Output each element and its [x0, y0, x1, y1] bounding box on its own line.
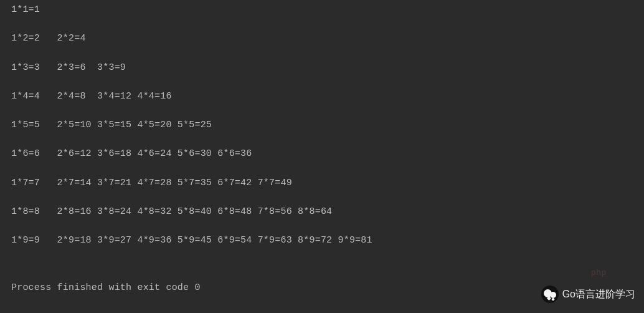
table-row: 1*7=7 2*7=14 3*7=21 4*7=28 5*7=35 6*7=42… [11, 177, 633, 190]
table-row: 1*6=6 2*6=12 3*6=18 4*6=24 5*6=30 6*6=36 [11, 148, 633, 160]
table-row: 1*2=2 2*2=4 [11, 32, 633, 45]
table-row: 1*8=8 2*8=16 3*8=24 4*8=32 5*8=40 6*8=48… [11, 206, 633, 218]
table-row: 1*4=4 2*4=8 3*4=12 4*4=16 [11, 90, 633, 103]
watermark-text: php [591, 267, 607, 277]
blank-line [11, 263, 633, 281]
table-row: 1*9=9 2*9=18 3*9=27 4*9=36 5*9=45 6*9=54… [11, 234, 633, 247]
table-row: 1*3=3 2*3=6 3*3=9 [11, 62, 633, 74]
channel-name: Go语言进阶学习 [562, 288, 635, 301]
table-row: 1*1=1 [11, 4, 633, 16]
channel-badge: Go语言进阶学习 [541, 286, 635, 303]
process-status: Process finished with exit code 0 [11, 282, 633, 294]
console-output: 1*1=11*2=2 2*2=41*3=3 2*3=6 3*3=91*4=4 2… [11, 4, 633, 281]
table-row: 1*5=5 2*5=10 3*5=15 4*5=20 5*5=25 [11, 119, 633, 132]
wechat-icon [541, 286, 559, 303]
